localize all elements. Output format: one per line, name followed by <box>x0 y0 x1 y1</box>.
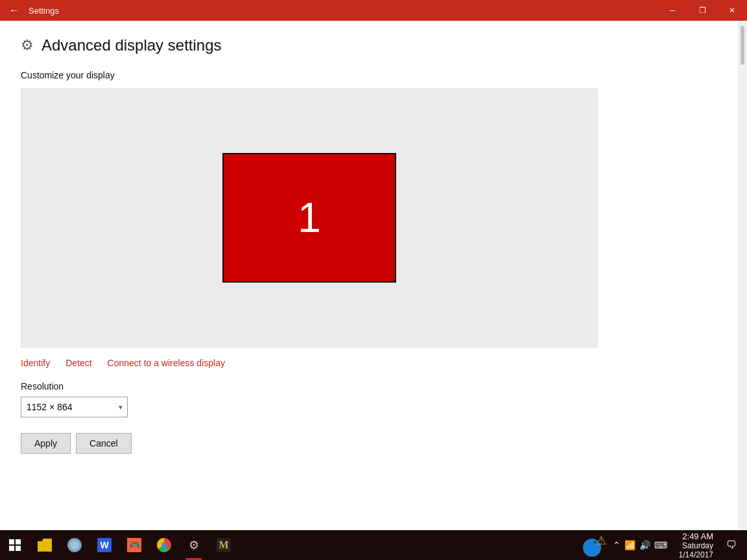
clock-area[interactable]: 2:49 AM Saturday 1/14/2017 <box>674 531 718 559</box>
minimize-button[interactable]: ─ <box>658 0 687 21</box>
window-controls: ─ ❐ ✕ <box>658 0 747 21</box>
taskbar-word[interactable]: W <box>89 530 119 560</box>
m-icon: M <box>217 538 231 552</box>
display-preview: 1 <box>21 88 598 347</box>
window-title: Settings <box>29 6 59 16</box>
taskbar-steam[interactable] <box>60 530 89 560</box>
monitor-number: 1 <box>298 194 321 242</box>
steam-icon <box>67 538 82 552</box>
gear-icon: ⚙ <box>21 37 34 54</box>
back-button[interactable]: ← <box>5 1 23 19</box>
title-bar: ← Settings ─ ❐ ✕ <box>0 0 747 21</box>
cancel-button[interactable]: Cancel <box>76 433 132 454</box>
word-icon: W <box>97 538 112 552</box>
clock-day: Saturday <box>682 541 713 550</box>
language-icon[interactable]: ⌨ <box>654 540 667 550</box>
start-button[interactable] <box>0 530 30 560</box>
taskbar: W 🎮 ⚙ M ⚠ ⌃ 📶 🔊 ⌨ <box>0 530 747 560</box>
monitor-box: 1 <box>222 153 396 283</box>
notification-icon: 🗨 <box>726 539 737 551</box>
clock-date: 1/14/2017 <box>679 550 713 559</box>
taskbar-chrome[interactable] <box>149 530 179 560</box>
restore-button[interactable]: ❐ <box>687 0 717 21</box>
taskbar-left: W 🎮 ⚙ M <box>0 530 239 560</box>
folder-icon <box>38 539 52 552</box>
resolution-label: Resolution <box>21 381 717 391</box>
tray-icons: ⌃ 📶 🔊 ⌨ <box>609 540 671 550</box>
taskbar-metro-app[interactable]: M <box>209 530 239 560</box>
scrollbar[interactable] <box>738 21 747 530</box>
apply-button[interactable]: Apply <box>21 433 71 454</box>
windows-icon <box>9 539 21 551</box>
warning-triangle-icon: ⚠ <box>593 533 606 545</box>
security-warning-icon[interactable]: ⚠ <box>583 533 606 557</box>
section-label: Customize your display <box>21 70 717 80</box>
taskbar-file-explorer[interactable] <box>30 530 60 560</box>
page-title: Advanced display settings <box>42 36 222 54</box>
button-row: Apply Cancel <box>21 433 717 454</box>
audio-icon[interactable]: 🔊 <box>639 540 650 550</box>
close-button[interactable]: ✕ <box>717 0 747 21</box>
chrome-icon <box>157 538 171 552</box>
page-header: ⚙ Advanced display settings <box>21 36 717 54</box>
connect-wireless-link[interactable]: Connect to a wireless display <box>108 358 225 368</box>
taskbar-settings[interactable]: ⚙ <box>179 530 209 560</box>
scrollbar-thumb[interactable] <box>741 26 744 65</box>
clock-time: 2:49 AM <box>682 531 713 541</box>
chevron-up-icon[interactable]: ⌃ <box>613 540 621 550</box>
game-icon: 🎮 <box>127 538 141 552</box>
wifi-icon[interactable]: 📶 <box>624 540 635 550</box>
system-tray: ⚠ ⌃ 📶 🔊 ⌨ 2:49 AM Saturday 1/14/2017 🗨 <box>583 530 742 560</box>
detect-link[interactable]: Detect <box>65 358 91 368</box>
resolution-select-wrapper: 1152 × 8641024 × 768800 × 6001280 × 1024… <box>21 397 128 417</box>
notification-button[interactable]: 🗨 <box>721 530 742 560</box>
links-row: Identify Detect Connect to a wireless di… <box>21 358 717 368</box>
settings-panel: ⚙ Advanced display settings Customize yo… <box>0 21 738 530</box>
main-content: ⚙ Advanced display settings Customize yo… <box>0 21 747 530</box>
settings-cog-icon: ⚙ <box>187 538 201 552</box>
taskbar-game[interactable]: 🎮 <box>119 530 149 560</box>
resolution-select[interactable]: 1152 × 8641024 × 768800 × 6001280 × 1024 <box>21 397 128 417</box>
identify-link[interactable]: Identify <box>21 358 50 368</box>
